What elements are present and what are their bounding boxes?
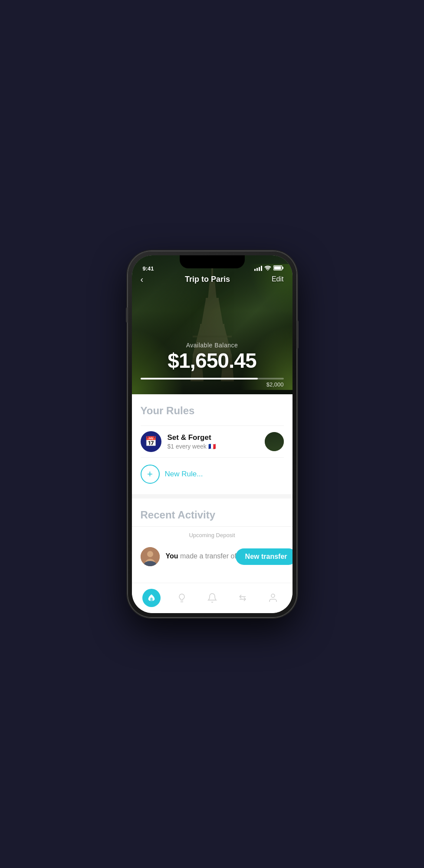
transfer-icon [237, 593, 248, 603]
activity-text-bold: You [166, 552, 178, 560]
status-time: 9:41 [141, 265, 154, 272]
battery-icon [273, 265, 284, 272]
progress-goal-label: $2,000 [141, 381, 284, 388]
lightbulb-icon [177, 593, 187, 603]
svg-rect-13 [193, 336, 232, 337]
phone-device: 9:41 [128, 251, 297, 617]
rule-description: $1 every week 🇫🇷 [168, 443, 259, 450]
rule-info: Set & Forget $1 every week 🇫🇷 [168, 433, 259, 450]
nav-home-active-circle [142, 589, 161, 607]
hero-title: Trip to Paris [185, 275, 230, 284]
svg-rect-2 [282, 267, 283, 269]
avatar-image [141, 547, 160, 566]
rule-flag-emoji: 🇫🇷 [208, 443, 216, 450]
section-separator [132, 494, 293, 498]
person-icon [268, 593, 278, 603]
svg-rect-8 [200, 324, 224, 326]
home-savings-icon [147, 593, 156, 603]
status-icons [254, 265, 284, 272]
activity-item: You made a transfer of $1. New transfer [132, 542, 293, 571]
notch [180, 255, 245, 268]
new-transfer-label: New transfer [245, 553, 287, 560]
hero-balance-area: Available Balance $1,650.45 [132, 342, 293, 373]
phone-inner: 9:41 [132, 255, 293, 613]
nav-item-ideas[interactable] [167, 583, 197, 613]
balance-label: Available Balance [132, 342, 293, 349]
nav-item-home[interactable] [136, 583, 167, 613]
activity-sub-label: Upcoming Deposit [132, 527, 293, 542]
svg-point-0 [267, 270, 268, 271]
screen: 9:41 [132, 255, 293, 613]
back-button[interactable]: ‹ [141, 274, 144, 284]
balance-amount: $1,650.45 [132, 349, 293, 373]
svg-marker-7 [201, 300, 223, 325]
progress-bar-fill [141, 378, 258, 380]
new-rule-plus-icon: + [141, 465, 160, 484]
bell-icon [207, 593, 217, 603]
main-content: Your Rules 📅 Set & Forget $1 every week … [132, 394, 293, 583]
wifi-icon [264, 265, 271, 272]
rule-thumb-inner [265, 432, 284, 451]
progress-bar-container [141, 378, 284, 380]
rule-desc-text: $1 every week [168, 443, 207, 450]
rule-icon: 📅 [141, 431, 161, 452]
rule-icon-emoji: 📅 [145, 436, 157, 447]
svg-rect-6 [206, 298, 219, 300]
rules-section-title: Your Rules [141, 405, 284, 417]
signal-icon [254, 266, 262, 271]
nav-item-transfer[interactable] [227, 583, 258, 613]
hero-nav: ‹ Trip to Paris Edit [132, 274, 293, 284]
hero-section: ‹ Trip to Paris Edit Available Balance $… [132, 255, 293, 394]
rule-name: Set & Forget [168, 433, 259, 442]
svg-point-19 [271, 594, 275, 597]
new-rule-label: New Rule... [165, 470, 203, 479]
svg-rect-3 [274, 266, 281, 269]
rules-section: Your Rules [132, 394, 293, 417]
bottom-padding [132, 571, 293, 580]
nav-item-profile[interactable] [258, 583, 288, 613]
new-transfer-button[interactable]: New transfer [236, 548, 293, 565]
bottom-nav [132, 583, 293, 613]
rule-thumb-image [265, 432, 284, 451]
activity-avatar [141, 547, 160, 566]
new-rule-button[interactable]: + New Rule... [132, 458, 293, 491]
progress-area: $2,000 [141, 378, 284, 388]
activity-header: Recent Activity [132, 498, 293, 526]
rule-item-set-forget[interactable]: 📅 Set & Forget $1 every week 🇫🇷 [132, 426, 293, 457]
nav-item-notifications[interactable] [197, 583, 227, 613]
edit-button[interactable]: Edit [272, 275, 284, 283]
activity-title: Recent Activity [141, 509, 284, 521]
svg-point-16 [147, 551, 153, 557]
